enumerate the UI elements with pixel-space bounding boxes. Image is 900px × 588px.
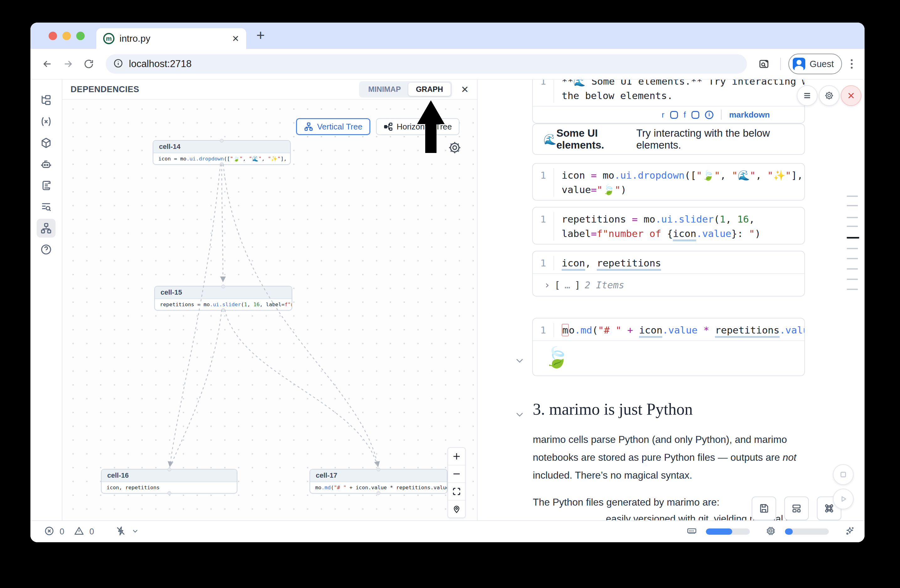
forward-icon[interactable] — [59, 55, 77, 73]
tab-title: intro.py — [119, 33, 150, 44]
toolbar-divider — [721, 110, 722, 120]
panel-title: DEPENDENCIES — [71, 85, 139, 94]
expression-output[interactable]: › [ … ] 2 Items — [533, 274, 804, 296]
minimap-line[interactable] — [847, 289, 858, 290]
markdown-cell-toolbar: r f i markdown — [533, 107, 804, 123]
run-cells-button[interactable] — [833, 489, 853, 509]
cell-action-buttons — [752, 497, 841, 520]
minimize-window-button[interactable] — [62, 32, 71, 40]
expand-chevron-icon[interactable]: › — [544, 279, 550, 291]
reload-icon[interactable] — [80, 55, 98, 73]
browser-window: m intro.py ✕ + localhost:2718 Guest — [30, 23, 864, 542]
minimap-line[interactable] — [847, 258, 858, 259]
reactive-checkbox[interactable] — [670, 111, 678, 119]
minimap-line[interactable] — [847, 237, 859, 238]
tab-minimap[interactable]: MINIMAP — [361, 83, 408, 96]
notebook-settings-button[interactable] — [819, 85, 839, 106]
dependency-graph-icon[interactable] — [37, 219, 56, 238]
autorun-disabled-icon[interactable] — [115, 526, 126, 537]
profile-label: Guest — [810, 59, 834, 69]
code-editor[interactable]: icon = mo.ui.dropdown(["🍃", "🌊", "✨"],va… — [554, 168, 804, 197]
tab-search-icon[interactable] — [755, 55, 773, 73]
minimap-line[interactable] — [847, 226, 858, 227]
ai-sparkle-icon[interactable] — [844, 526, 855, 537]
minimap-line[interactable] — [847, 268, 858, 269]
markdown-output-cell: 🌊 Some UI elements. Try interacting with… — [532, 124, 805, 155]
minimap-line[interactable] — [847, 248, 858, 249]
shutdown-button[interactable]: ✕ — [841, 85, 861, 106]
code-editor[interactable]: **🌊 Some UI elements.** Try interacting … — [554, 80, 805, 103]
layout-select-button[interactable] — [784, 497, 809, 520]
line-number: 1 — [533, 323, 554, 337]
address-bar[interactable]: localhost:2718 — [106, 54, 747, 74]
minimap-line[interactable] — [847, 279, 858, 280]
maximize-window-button[interactable] — [76, 32, 85, 40]
info-icon[interactable]: i — [705, 111, 714, 119]
reactive-toggle-label: r — [662, 110, 664, 120]
ellipsis: … — [565, 280, 570, 291]
url-text[interactable]: localhost:2718 — [129, 58, 192, 70]
notebook-menu-button[interactable] — [797, 85, 818, 106]
profile-button[interactable]: Guest — [788, 54, 842, 74]
format-toggle-label: f — [684, 110, 686, 120]
dependency-edges — [62, 100, 477, 520]
vertical-tree-label: Vertical Tree — [317, 122, 363, 132]
format-checkbox[interactable] — [692, 111, 699, 119]
code-editor[interactable]: mo.md("# " + icon.value * repetitions.va… — [554, 323, 805, 337]
dropdown-code-cell[interactable]: 1 icon = mo.ui.dropdown(["🍃", "🌊", "✨"],… — [532, 163, 805, 201]
back-icon[interactable] — [39, 55, 56, 73]
bracket-close: ] — [574, 280, 580, 291]
md-render-code-cell[interactable]: 1 mo.md("# " + icon.value * repetitions.… — [532, 318, 805, 376]
warnings-icon — [74, 526, 84, 537]
lock-position-icon[interactable] — [448, 501, 465, 517]
ai-assistant-icon[interactable] — [37, 155, 56, 174]
dependencies-panel: DEPENDENCIES MINIMAP GRAPH ✕ — [62, 80, 478, 520]
collapse-output-chevron-icon[interactable] — [515, 356, 524, 367]
line-number: 1 — [533, 168, 554, 197]
graph-canvas[interactable]: Vertical Tree Horizontal Tree cell-14 ic… — [62, 100, 477, 520]
zoom-in-button[interactable] — [448, 448, 465, 466]
sidebar-rail — [30, 80, 62, 520]
save-button[interactable] — [752, 497, 776, 520]
tab-close-icon[interactable]: ✕ — [232, 34, 239, 44]
code-editor[interactable]: repetitions = mo.ui.slider(1, 16,label=f… — [554, 212, 804, 241]
fit-view-icon[interactable] — [448, 483, 465, 501]
status-bar: 0 0 — [30, 520, 864, 542]
site-info-icon[interactable] — [113, 58, 123, 70]
browser-menu-icon[interactable] — [847, 59, 857, 69]
new-tab-button[interactable]: + — [252, 26, 269, 44]
help-icon[interactable] — [37, 240, 56, 259]
logs-icon[interactable] — [37, 198, 56, 216]
collapse-section-chevron-icon[interactable] — [515, 409, 524, 421]
autorun-menu-chevron-icon[interactable] — [131, 527, 139, 536]
file-explorer-icon[interactable] — [37, 91, 56, 110]
packages-icon[interactable] — [37, 133, 56, 152]
stop-run-button[interactable] — [833, 464, 853, 485]
variables-icon[interactable] — [37, 112, 56, 131]
cpu-icon — [765, 526, 776, 537]
line-number: 1 — [533, 212, 554, 241]
minimap-line[interactable] — [847, 205, 858, 206]
items-count-label: 2 Items — [585, 280, 624, 291]
wave-emoji: 🌊 — [543, 133, 556, 145]
vertical-tree-button[interactable]: Vertical Tree — [296, 118, 370, 135]
markdown-source-cell[interactable]: 1 **🌊 Some UI elements.** Try interactin… — [532, 80, 805, 124]
code-editor[interactable]: icon, repetitions — [554, 256, 804, 270]
browser-tab[interactable]: m intro.py ✕ — [96, 28, 246, 49]
ram-icon — [686, 526, 697, 537]
marimo-logo-icon: m — [103, 33, 115, 44]
minimap-line[interactable] — [847, 196, 858, 197]
language-label[interactable]: markdown — [729, 110, 770, 120]
browser-tabstrip: m intro.py ✕ + — [30, 23, 864, 49]
close-panel-icon[interactable]: ✕ — [461, 84, 469, 95]
close-window-button[interactable] — [49, 32, 57, 40]
zoom-out-button[interactable] — [448, 466, 465, 483]
tab-graph[interactable]: GRAPH — [408, 83, 451, 96]
toolbar-divider — [780, 58, 781, 70]
minimap-line[interactable] — [847, 217, 858, 218]
section-paragraph: marimo cells parse Python (and only Pyth… — [533, 431, 801, 484]
warnings-count: 0 — [89, 527, 94, 537]
expression-code-cell[interactable]: 1 icon, repetitions › [ … ] 2 Items — [532, 251, 805, 297]
slider-code-cell[interactable]: 1 repetitions = mo.ui.slider(1, 16,label… — [532, 207, 805, 244]
snippets-icon[interactable] — [37, 176, 56, 195]
